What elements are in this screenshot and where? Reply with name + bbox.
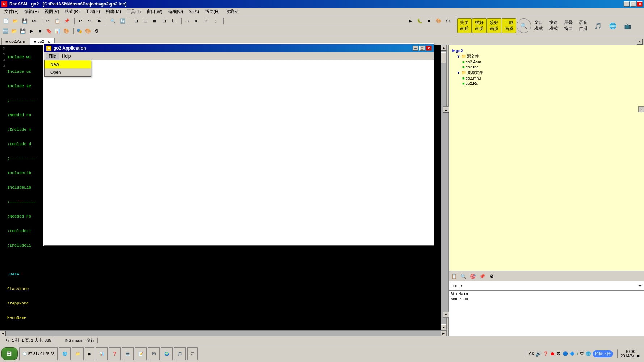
menu-build[interactable]: 构建(M)	[103, 8, 124, 16]
tb-settings[interactable]: ⚙	[443, 17, 452, 25]
hscroll-track[interactable]	[6, 331, 441, 336]
taskbar-item-help[interactable]: ❓	[109, 347, 121, 360]
tree-root[interactable]: ▶ go2	[452, 48, 641, 53]
dialog-minimize-btn[interactable]: ─	[413, 46, 418, 51]
tb-special12[interactable]: 📺	[620, 18, 635, 33]
tb-special10[interactable]: 🎵	[591, 18, 605, 33]
tb2-b1[interactable]: 🔖	[45, 27, 53, 35]
nav-btn2[interactable]: 🔍	[459, 272, 467, 280]
taskbar-item-media2[interactable]: 🎵	[174, 347, 186, 360]
tb-indent2[interactable]: ⇤	[193, 17, 201, 25]
tb-b1[interactable]: ⊞	[132, 17, 140, 25]
tray-bluetooth[interactable]: 🔷	[569, 351, 575, 356]
tb-special9[interactable]: 语音广播	[576, 18, 590, 33]
scroll-down-btn[interactable]: ▼	[441, 324, 446, 330]
tb2-run[interactable]: ▶	[28, 27, 35, 35]
menu-format[interactable]: 格式(R)	[62, 8, 83, 16]
panel-close-btn[interactable]: ✕	[638, 106, 644, 112]
tb-special8[interactable]: 层叠窗口	[561, 18, 576, 33]
taskbar-item-explorer[interactable]: 📁	[72, 347, 84, 360]
tb2-settings[interactable]: ⚙	[93, 27, 101, 35]
dropdown-open[interactable]: Open	[45, 68, 91, 76]
upload-btn[interactable]: 拍摄上传	[593, 350, 613, 357]
tb-special7[interactable]: 快速模式	[546, 18, 561, 33]
tb-cut[interactable]: ✂	[43, 17, 52, 25]
tray-sound[interactable]: 🔊	[535, 351, 542, 357]
menu-window[interactable]: 窗口(W)	[144, 8, 165, 16]
tray-record[interactable]: ⏺	[550, 351, 555, 357]
tab-go2asm[interactable]: ■ go2.Asm	[1, 38, 29, 45]
tb-open[interactable]: 📂	[11, 17, 20, 25]
dropdown-new[interactable]: New	[45, 60, 91, 68]
nav-btn4[interactable]: 📌	[478, 272, 486, 280]
tb-new-file[interactable]: 📄	[1, 17, 10, 25]
tb-copy[interactable]: 📋	[53, 17, 62, 25]
tree-folder-resource-item[interactable]: ▼ 📁 资源文件	[456, 70, 641, 76]
tray-network2[interactable]: 🌐	[586, 351, 591, 356]
tb2-palette[interactable]: 🎨	[84, 27, 92, 35]
start-button[interactable]: ⊞	[1, 347, 18, 360]
nav-item-winmain[interactable]: WinMain	[450, 291, 643, 296]
right-scroll-up[interactable]: ▲	[443, 107, 449, 113]
menu-file[interactable]: 文件(F)	[1, 8, 21, 16]
tb-special4[interactable]: 一般画质	[502, 18, 516, 33]
right-scroll-down[interactable]: ▼	[443, 312, 449, 317]
tray-icon1[interactable]: ⚙	[556, 351, 561, 357]
nav-btn3[interactable]: 🎯	[469, 272, 477, 280]
tray-help2[interactable]: ❓	[543, 351, 548, 356]
tb2-new[interactable]: 🆕	[1, 27, 9, 35]
tb-b4[interactable]: ⊡	[160, 17, 169, 25]
tb-special6[interactable]: 窗口模式	[531, 18, 546, 33]
menu-tools[interactable]: 工具(T)	[124, 8, 144, 16]
tb-undo[interactable]: ↩	[76, 17, 85, 25]
menu-favorites[interactable]: 收藏夹	[223, 8, 241, 16]
tray-shield[interactable]: 🛡	[580, 351, 584, 356]
dialog-maximize-btn[interactable]: □	[419, 46, 425, 51]
tb-b5[interactable]: ⊢	[169, 17, 178, 25]
menu-edit[interactable]: 编辑(E)	[21, 8, 42, 16]
tb-save-all[interactable]: 🗂	[30, 17, 38, 25]
dialog-menu-file[interactable]: File	[46, 53, 59, 59]
menu-view[interactable]: 视图(V)	[42, 8, 62, 16]
tree-file-go2inc[interactable]: ■ go2.Inc	[462, 64, 641, 70]
taskbar-item-word[interactable]: 📝	[135, 347, 147, 360]
tb-delete[interactable]: ✖	[95, 17, 104, 25]
close-btn[interactable]: ✕	[637, 1, 643, 7]
tb2-stop[interactable]: ■	[36, 27, 44, 35]
tb2-open[interactable]: 📂	[10, 27, 18, 35]
tray-upload[interactable]: ↑	[576, 351, 578, 356]
tb2-b2[interactable]: 📊	[54, 27, 62, 35]
taskbar-item-antivirus[interactable]: 🛡	[187, 347, 198, 360]
dialog-close-btn[interactable]: ✕	[426, 46, 432, 51]
tb-paste[interactable]: 📌	[62, 17, 71, 25]
taskbar-item-ppt[interactable]: 📊	[96, 347, 108, 360]
scroll-up-btn[interactable]: ▲	[441, 45, 446, 51]
tb-align[interactable]: ≡	[202, 17, 211, 25]
hscroll-left-btn[interactable]: ◀	[0, 331, 6, 336]
tree-file-go2mnu[interactable]: ■ go2.mnu	[462, 76, 641, 81]
tb-special2[interactable]: 很好画质	[472, 18, 487, 33]
tb-debug[interactable]: 🐛	[415, 17, 424, 25]
taskbar-item-clock[interactable]: 🕐 57:31 / 01:25:23	[19, 347, 58, 360]
tree-folder-source-item[interactable]: ▼ 📁 源文件	[456, 53, 641, 59]
tb2-save[interactable]: 💾	[19, 27, 27, 35]
tab-scroll-close[interactable]: ✕	[637, 39, 643, 45]
tb-stop[interactable]: ■	[425, 17, 433, 25]
nav-item-wndproc[interactable]: WndProc	[450, 296, 643, 302]
taskbar-item-browser[interactable]: 🌐	[59, 347, 71, 360]
menu-project[interactable]: 工程(P)	[83, 8, 103, 16]
tree-file-go2asm[interactable]: ■ go2.Asm	[462, 59, 641, 64]
hscroll-right-btn[interactable]: ▶	[441, 331, 446, 336]
dialog-menu-help[interactable]: Help	[59, 53, 74, 59]
tb-redo[interactable]: ↪	[85, 17, 94, 25]
taskbar-item-game[interactable]: 🎮	[148, 347, 160, 360]
tb-find[interactable]: 🔍	[109, 17, 117, 25]
tb-special1[interactable]: 完美画质	[457, 18, 472, 33]
tb-save[interactable]: 💾	[20, 17, 29, 25]
dialog-content[interactable]	[44, 60, 434, 245]
tb-b2[interactable]: ⊟	[141, 17, 150, 25]
taskbar-item-network[interactable]: 🌍	[161, 347, 173, 360]
nav-btn1[interactable]: 📋	[450, 272, 458, 280]
tb2-color[interactable]: 🎭	[75, 27, 83, 35]
taskbar-item-media[interactable]: ▶	[85, 347, 94, 360]
